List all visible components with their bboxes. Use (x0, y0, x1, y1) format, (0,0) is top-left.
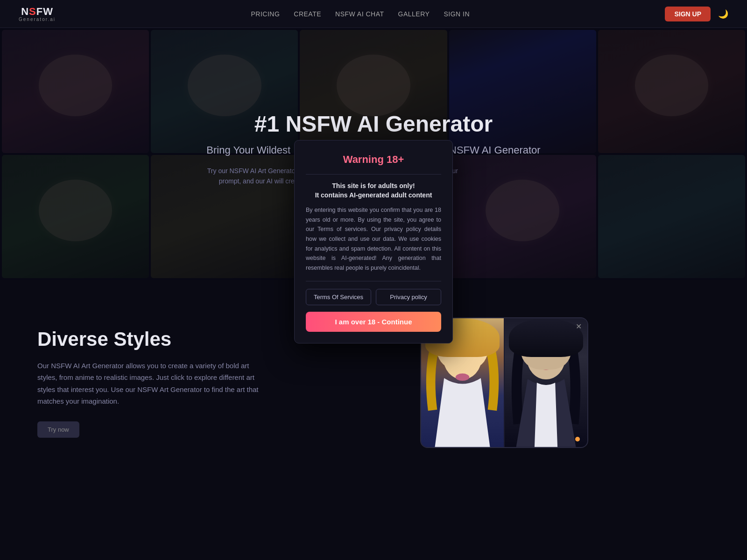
frame-close-icon[interactable]: ✕ (576, 322, 582, 331)
nav-link-create[interactable]: CREATE (294, 10, 321, 18)
nav-links: PRICING CREATE NSFW AI CHAT GALLERY SIGN… (251, 10, 470, 18)
logo-n: N (21, 6, 29, 17)
anime-panel-right (505, 318, 587, 447)
modal-body-text: By entering this website you confirm tha… (306, 205, 441, 273)
section-description: Our NSFW AI Art Generator allows you to … (37, 360, 261, 407)
content-left: Diverse Styles Our NSFW AI Art Generator… (37, 328, 261, 438)
modal-divider-top (306, 174, 441, 175)
terms-button[interactable]: Terms Of Services (306, 289, 371, 305)
modal-divider-bottom (306, 281, 441, 281)
modal-title: Warning 18+ (306, 154, 441, 166)
anime-char-right (505, 318, 587, 447)
logo-s: S (29, 6, 36, 17)
nav-link-gallery[interactable]: GALLERY (398, 10, 430, 18)
continue-button[interactable]: I am over 18 - Continue (306, 312, 441, 332)
nav-actions: SIGN UP 🌙 (665, 7, 728, 21)
nav-link-nsfw-ai-chat[interactable]: NSFW AI CHAT (335, 10, 384, 18)
try-now-button[interactable]: Try now (37, 421, 79, 438)
warning-modal: Warning 18+ This site is for adults only… (294, 140, 453, 343)
navbar: NSFW Generator.ai PRICING CREATE NSFW AI… (0, 0, 747, 28)
frame-dot-indicator (575, 437, 580, 441)
modal-heading1: This site is for adults only! (306, 182, 441, 189)
signup-button[interactable]: SIGN UP (665, 7, 711, 21)
logo-subtitle: Generator.ai (19, 17, 56, 22)
logo-w: W (43, 6, 53, 17)
theme-toggle-icon[interactable]: 🌙 (718, 9, 728, 19)
hero-title: #1 NSFW AI Generator (206, 111, 540, 137)
logo-f: F (36, 6, 43, 17)
logo[interactable]: NSFW Generator.ai (19, 6, 56, 22)
modal-heading2: It contains AI-generated adult content (306, 191, 441, 199)
modal-link-buttons: Terms Of Services Privacy policy (306, 289, 441, 305)
section-title: Diverse Styles (37, 328, 261, 350)
nav-link-pricing[interactable]: PRICING (251, 10, 280, 18)
privacy-button[interactable]: Privacy policy (376, 289, 441, 305)
nav-link-sign-in[interactable]: SIGN IN (444, 10, 470, 18)
